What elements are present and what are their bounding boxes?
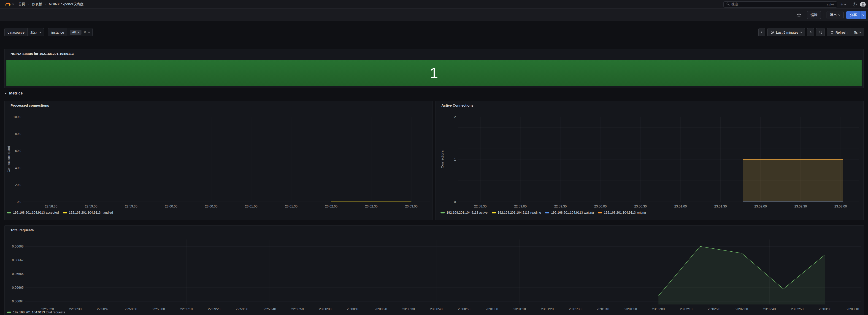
search-placeholder: 搜索... <box>732 2 826 6</box>
y-tick-label: 1 <box>441 158 456 161</box>
legend-label: 192.168.201.104:9113 active <box>446 211 488 214</box>
time-shift-back-button[interactable] <box>758 28 765 36</box>
x-tick-label: 23:01:30 <box>562 307 588 311</box>
legend-item[interactable]: 192.168.201.104:9113 reading <box>492 211 541 214</box>
breadcrumb-current-dashboard: NGINX exporter仪表盘 <box>49 2 84 6</box>
y-tick-label: 100.0 <box>6 115 21 119</box>
chart-legend: 192.168.201.104:9113 accepted192.168.201… <box>7 211 113 214</box>
legend-item[interactable]: 192.168.201.104:9113 handled <box>63 211 113 214</box>
search-shortcut: ctrl+k <box>827 3 834 6</box>
legend-label: 192.168.201.104:9113 accepted <box>13 211 59 214</box>
search-icon <box>726 2 730 7</box>
variable-datasource-value[interactable]: 默认 <box>28 28 44 36</box>
clock-icon <box>771 31 774 34</box>
zoom-out-button[interactable] <box>816 28 825 36</box>
chart-legend: 192.168.201.104:9113 total requests <box>7 310 65 314</box>
user-avatar[interactable] <box>860 2 866 7</box>
x-tick-label: 23:01:30 <box>708 204 733 208</box>
x-tick-label: 23:02:30 <box>788 204 813 208</box>
legend-swatch <box>545 212 549 214</box>
svg-text:?: ? <box>854 3 856 6</box>
variable-instance-label: instance <box>48 28 67 36</box>
y-tick-label: 0.0 <box>6 200 21 203</box>
refresh-icon <box>830 31 834 34</box>
legend-swatch <box>492 212 496 214</box>
panel-title[interactable]: NGINX Status for 192.168.201.104:9113 <box>10 52 74 56</box>
legend-item[interactable]: 192.168.201.104:9113 accepted <box>7 211 59 214</box>
x-tick-label: 22:58:40 <box>91 307 116 311</box>
x-tick-label: 23:00:10 <box>341 307 366 311</box>
time-shift-forward-button[interactable] <box>807 28 814 36</box>
edit-button[interactable]: 编辑 <box>807 11 821 19</box>
chevron-down-icon <box>5 92 7 94</box>
y-tick-label: 0.06665 <box>8 286 24 289</box>
x-tick-label: 22:59:50 <box>285 307 310 311</box>
time-series-chart[interactable]: 21022:58:3022:59:0022:59:3023:00:0023:00… <box>435 101 863 220</box>
breadcrumb-separator: › <box>28 2 29 6</box>
instance-tag[interactable]: All × <box>70 30 82 35</box>
clear-all-icon[interactable]: × <box>84 30 86 34</box>
y-tick-label: 0.06667 <box>8 258 24 262</box>
legend-item[interactable]: 192.168.201.104:9113 total requests <box>7 310 65 314</box>
x-tick-label: 23:02:30 <box>359 204 384 208</box>
export-button[interactable]: 导出 <box>827 11 843 19</box>
panel-nginx-status: NGINX Status for 192.168.201.104:9113 1 <box>4 49 864 88</box>
refresh-label: Refresh <box>836 30 848 34</box>
legend-swatch <box>7 312 11 313</box>
help-button[interactable]: ? <box>852 2 857 7</box>
x-tick-label: 23:03:10 <box>840 307 866 311</box>
x-tick-label: 22:58:30 <box>63 307 88 311</box>
variable-datasource-label: datasource <box>5 28 28 36</box>
time-range-label: Last 5 minutes <box>776 30 799 34</box>
chevron-down-icon <box>838 14 840 15</box>
x-tick-label: 23:01:00 <box>479 307 504 311</box>
x-tick-label: 23:00:50 <box>452 307 477 311</box>
legend-item[interactable]: 192.168.201.104:9113 waiting <box>545 211 594 214</box>
variable-instance-value[interactable]: All × × <box>67 28 92 36</box>
add-new-button[interactable]: + <box>841 2 846 7</box>
legend-label: 192.168.201.104:9113 reading <box>498 211 541 214</box>
refresh-interval-button[interactable]: 5s <box>850 28 864 36</box>
section-metrics[interactable]: Metrics <box>5 91 23 96</box>
x-tick-label: 23:01:50 <box>618 307 643 311</box>
x-tick-label: 23:01:30 <box>279 204 304 208</box>
share-button[interactable]: 分享 <box>846 11 861 19</box>
grafana-logo-menu[interactable] <box>0 1 14 7</box>
x-tick-label: 23:03:00 <box>828 204 853 208</box>
star-button[interactable] <box>797 12 801 18</box>
search-input[interactable]: 搜索... ctrl+k <box>723 1 837 7</box>
legend-label: 192.168.201.104:9113 writing <box>604 211 646 214</box>
x-tick-label: 23:01:20 <box>535 307 560 311</box>
y-tick-label: 20.0 <box>6 183 21 187</box>
y-tick-label: 0 <box>441 200 456 203</box>
dashboard-toolbar: 编辑 导出 分享 <box>0 9 868 21</box>
x-tick-label: 23:01:00 <box>239 204 264 208</box>
refresh-button[interactable]: Refresh <box>827 28 851 36</box>
share-menu-button[interactable] <box>861 11 866 19</box>
datasource-selected: 默认 <box>30 30 37 35</box>
breadcrumb-home[interactable]: 首页 <box>18 2 25 6</box>
panel-total-requests: Total requests 0.066680.066670.066660.06… <box>4 225 864 315</box>
x-tick-label: 23:01:10 <box>507 307 532 311</box>
legend-swatch <box>598 212 602 214</box>
x-tick-label: 23:00:30 <box>628 204 653 208</box>
chevron-right-icon <box>809 31 811 33</box>
status-stat-value: 1 <box>430 64 438 82</box>
time-series-chart[interactable]: 100.080.060.040.020.00.022:58:3022:59:00… <box>5 101 433 220</box>
legend-item[interactable]: 192.168.201.104:9113 active <box>440 211 488 214</box>
x-tick-label: 23:02:00 <box>319 204 344 208</box>
time-range-button[interactable]: Last 5 minutes <box>767 28 805 36</box>
remove-tag-icon[interactable]: × <box>78 31 80 34</box>
legend-label: 192.168.201.104:9113 total requests <box>13 310 65 314</box>
time-series-chart[interactable]: 0.066680.066670.066660.066650.0666422:58… <box>5 226 864 315</box>
x-tick-label: 23:00:40 <box>424 307 449 311</box>
dashboard-controls: datasource 默认 instance All × × Last 5 mi… <box>0 21 868 43</box>
breadcrumb: 首页 › 仪表板 › NGINX exporter仪表盘 <box>18 2 84 6</box>
chevron-down-icon <box>12 3 14 5</box>
breadcrumb-dashboards[interactable]: 仪表板 <box>32 2 42 6</box>
legend-item[interactable]: 192.168.201.104:9113 writing <box>598 211 646 214</box>
x-tick-label: 23:02:30 <box>729 307 754 311</box>
status-stat-background: 1 <box>6 60 862 86</box>
zoom-out-icon <box>818 30 822 34</box>
chevron-down-icon <box>39 31 41 33</box>
